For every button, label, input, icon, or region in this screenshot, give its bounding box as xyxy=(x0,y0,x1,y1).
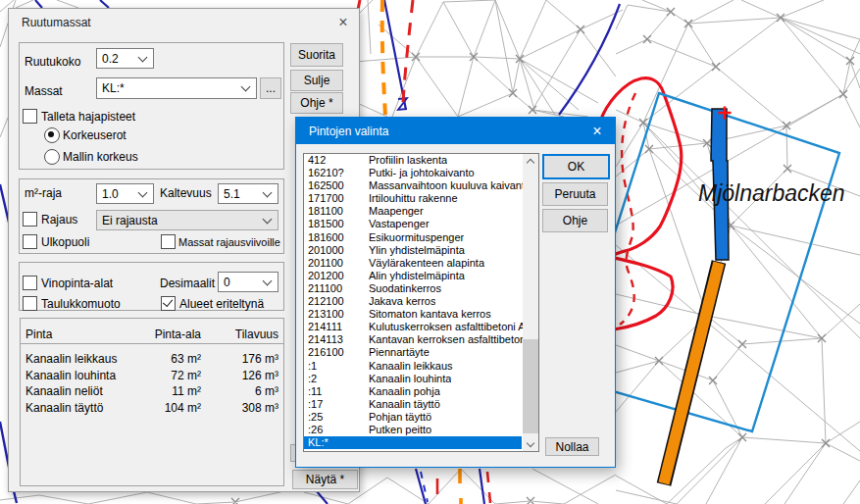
taulukkomuoto-checkbox[interactable] xyxy=(23,296,37,311)
mallin-korkeus-radio[interactable] xyxy=(44,149,60,165)
chevron-down-icon xyxy=(138,187,148,197)
group-results-table: Pinta Pinta-ala Tilavuus Kanaalin leikka… xyxy=(20,318,284,486)
list-item[interactable]: 214113Kantavan kerroksen asfalttibetoni xyxy=(304,333,523,346)
col-pinta: Pinta xyxy=(25,328,52,341)
dialog1-close-icon[interactable]: × xyxy=(334,14,352,31)
dialog2-titlebar: Pintojen valinta × xyxy=(296,118,615,144)
list-item[interactable]: 171700Irtilouhittu rakenne xyxy=(304,192,523,205)
ohje-button[interactable]: Ohje * xyxy=(290,92,343,114)
mallin-korkeus-label: Mallin korkeus xyxy=(63,150,138,164)
vinopinta-alat-label: Vinopinta-alat xyxy=(41,277,113,290)
massat-rajausviivoille-label: Massat rajausviivoille xyxy=(178,236,280,248)
dialog2-close-icon[interactable]: × xyxy=(586,122,608,140)
list-item[interactable]: 16210?Putki- ja johtokaivanto xyxy=(304,167,523,179)
vinopinta-alat-checkbox[interactable] xyxy=(23,276,37,290)
chevron-down-icon xyxy=(241,82,251,92)
kaltevuus-label: Kaltevuus xyxy=(160,186,212,200)
chevron-down-icon xyxy=(138,52,148,62)
scrollbar[interactable] xyxy=(523,154,538,451)
map-label: Mjölnarbacken xyxy=(698,180,845,206)
scroll-up-icon[interactable] xyxy=(523,154,538,169)
list-item[interactable]: 201100Väylärakenteen alapinta xyxy=(304,257,523,270)
alueet-eriteltyna-label: Alueet eriteltynä xyxy=(179,297,264,311)
list-item[interactable]: 412Profiilin laskenta xyxy=(304,154,523,167)
korkeuserot-radio[interactable] xyxy=(44,127,60,143)
list-item[interactable]: :25Pohjan täyttö xyxy=(304,411,523,424)
dialog-pintojen-valinta: Pintojen valinta × 412Profiilin laskenta… xyxy=(295,117,616,468)
massat-browse-button[interactable]: ... xyxy=(260,77,281,99)
massat-label: Massat xyxy=(25,84,63,98)
list-item[interactable]: 181600Esikuormituspenger xyxy=(304,231,523,244)
list-item[interactable]: :1Kanaalin leikkaus xyxy=(304,360,523,373)
list-item[interactable]: :11Kanaalin pohja xyxy=(304,385,523,398)
talleta-hajapisteet-label: Talleta hajapisteet xyxy=(41,110,135,124)
peruuta-button[interactable]: Peruuta xyxy=(542,182,608,206)
list-item[interactable]: 216100Piennartäyte xyxy=(304,346,523,359)
ulkopuoli-checkbox[interactable] xyxy=(23,234,37,249)
suorita-button[interactable]: Suorita xyxy=(290,43,343,67)
korkeuserot-label: Korkeuserot xyxy=(63,128,126,142)
rajaus-checkbox[interactable] xyxy=(23,212,37,227)
list-item[interactable]: 212100Jakava kerros xyxy=(304,295,523,308)
list-item[interactable]: :17Kanaalin täyttö xyxy=(304,398,523,411)
list-item[interactable]: 211100Suodatinkerros xyxy=(304,282,523,295)
orange-dashed-line xyxy=(382,0,385,116)
list-item[interactable]: 213100Sitomaton kantava kerros xyxy=(304,308,523,321)
nollaa-button[interactable]: Nollaa xyxy=(545,437,599,456)
col-tilavuus: Tilavuus xyxy=(187,328,278,341)
table-header-divider xyxy=(21,343,283,344)
m2raja-combobox[interactable]: 1.0 xyxy=(96,183,154,204)
list-item[interactable]: KL:* xyxy=(304,436,522,449)
nayta-button[interactable]: Näytä * xyxy=(292,470,358,489)
list-item[interactable]: 162500Massanvaihtoon kuuluva kaivanto xyxy=(304,179,523,192)
list-item[interactable]: :2Kanaalin louhinta xyxy=(304,373,523,385)
taulukkomuoto-label: Taulukkomuoto xyxy=(41,297,121,311)
rajaus-mode-combobox[interactable]: Ei rajausta xyxy=(96,210,278,230)
scroll-down-icon[interactable] xyxy=(523,436,538,451)
desimaalit-label: Desimaalit xyxy=(160,277,215,290)
list-item[interactable]: 214111Kulutuskerroksen asfalttibetoni AB xyxy=(304,321,523,333)
sulje-button[interactable]: Sulje xyxy=(290,70,343,91)
list-item[interactable]: 201000Ylin yhdistelmäpinta xyxy=(304,244,523,257)
alueet-eriteltyna-checkbox[interactable] xyxy=(161,296,176,311)
chevron-down-icon xyxy=(263,214,273,224)
ok-button[interactable]: OK xyxy=(542,154,610,179)
ruutukoko-label: Ruutukoko xyxy=(25,55,80,69)
list-item[interactable]: 181100Maapenger xyxy=(304,205,523,218)
list-item[interactable]: 181500Vastapenger xyxy=(304,218,523,230)
m2raja-label: m²-raja xyxy=(25,186,62,200)
massat-rajausviivoille-checkbox[interactable] xyxy=(161,234,176,249)
chevron-down-icon xyxy=(263,187,273,197)
dialog1-title: Ruutumassat xyxy=(22,16,91,29)
surface-listbox[interactable]: 412Profiilin laskenta 16210?Putki- ja jo… xyxy=(303,153,539,452)
list-item[interactable]: :26Putken peitto xyxy=(304,424,523,436)
ruutukoko-combobox[interactable]: 0.2 xyxy=(96,48,154,69)
scrollbar-thumb[interactable] xyxy=(523,339,538,433)
orange-dashes-bottom xyxy=(460,469,461,504)
talleta-hajapisteet-checkbox[interactable] xyxy=(23,109,37,124)
desimaalit-combobox[interactable]: 0 xyxy=(218,272,278,292)
massat-combobox[interactable]: KL:* xyxy=(96,77,257,99)
rajaus-label: Rajaus xyxy=(41,213,77,227)
dialog2-title: Pintojen valinta xyxy=(309,125,388,138)
ulkopuoli-label: Ulkopuoli xyxy=(41,235,89,249)
chevron-down-icon xyxy=(263,276,273,285)
list-item[interactable]: 201200Alin yhdistelmäpinta xyxy=(304,270,523,282)
ohje2-button[interactable]: Ohje xyxy=(542,209,608,232)
kaltevuus-combobox[interactable]: 5.1 xyxy=(218,183,278,204)
